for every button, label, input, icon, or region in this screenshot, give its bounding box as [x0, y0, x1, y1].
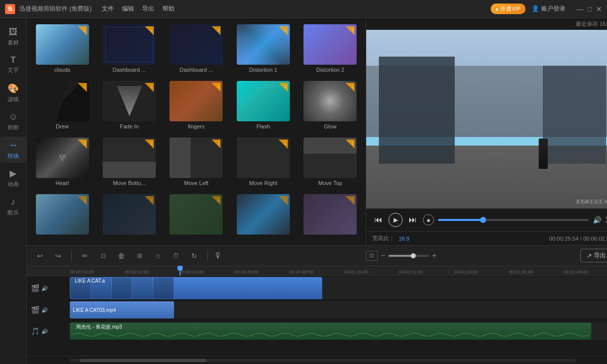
thumbnail-dashboard2: ↓ [169, 24, 223, 65]
menu-edit[interactable]: 编辑 [122, 5, 134, 13]
minimize-button[interactable]: — [577, 5, 584, 13]
progress-thumb [480, 217, 486, 223]
list-item[interactable]: ↓ [232, 192, 294, 237]
menu-file[interactable]: 文件 [102, 5, 114, 13]
video-track-2: 🎬 🔊 LIKE A CAT03.mp4 [27, 300, 607, 320]
list-item[interactable]: → ♥ ↓ Heart [31, 135, 94, 188]
maximize-button[interactable]: □ [588, 5, 592, 13]
undo-button[interactable]: ↩ [33, 249, 47, 263]
scrollbar-thumb[interactable] [80, 359, 206, 362]
speed-button[interactable]: ⏱ [169, 249, 183, 263]
menu-export[interactable]: 导出 [142, 5, 154, 13]
redo-button[interactable]: ↪ [51, 249, 65, 263]
list-item[interactable]: ↓ fingers [165, 79, 228, 131]
play-button[interactable]: ▶ [388, 213, 403, 227]
crop-button[interactable]: ⊞ [133, 249, 147, 263]
thumbnail-glow: ↓ [304, 81, 357, 121]
list-item[interactable]: ↓ Distortion 1 [232, 22, 294, 75]
split-button[interactable]: ⊡ [96, 249, 110, 263]
timeline-scrollbar [27, 356, 607, 364]
audio-track: 🎵 🔊 周杰伦 - 青花瓷.mp3 [27, 322, 607, 341]
list-item[interactable]: ↓ Move Botto... [98, 135, 160, 188]
list-item[interactable]: ↓ Distortion 2 [299, 22, 362, 75]
thumbnail-r4d: ↓ [237, 194, 290, 235]
fit-view-button[interactable]: ⊡ [366, 251, 378, 261]
rewind-button[interactable]: ⏮ [372, 214, 384, 226]
keyframe-button[interactable]: ◇ [151, 249, 165, 263]
thumbnail-fadein: ↓ [103, 81, 156, 121]
audio-clip[interactable]: 周杰伦 - 青花瓷.mp3 [70, 323, 591, 340]
rotate-button[interactable]: ↻ [187, 249, 201, 263]
sidebar-item-music[interactable]: ♪ 酷乐 [0, 193, 26, 219]
sidebar-item-text[interactable]: T 文字 [0, 52, 26, 78]
track-controls-2: 🎬 🔊 [27, 306, 70, 314]
list-item[interactable]: ↓ Move Top [299, 135, 362, 188]
zoom-out-button[interactable]: − [381, 251, 385, 260]
sidebar-label-text: 文字 [8, 66, 19, 74]
list-item[interactable]: ↓ [31, 192, 94, 237]
zoom-in-button[interactable]: + [432, 251, 437, 260]
thumbnail-movebottom: ↓ [103, 138, 156, 178]
list-item[interactable]: ↓ [165, 192, 228, 237]
ruler-mark: 00:00:12:00 [125, 269, 149, 275]
scrollbar-track[interactable] [70, 359, 576, 362]
list-item[interactable]: ↓ [98, 192, 160, 237]
list-item[interactable]: ↓ Glow [299, 79, 362, 131]
sidebar-item-filter[interactable]: 🎨 滤镜 [0, 80, 26, 106]
sidebar-item-transition[interactable]: ↔ 转场 [0, 136, 26, 163]
volume-button[interactable]: 🔊 [593, 216, 601, 224]
list-item[interactable]: ↓ Move Left [165, 135, 228, 188]
edit-button[interactable]: ✏ [78, 249, 92, 263]
video-clip-1[interactable]: LIKE A CAT.a [70, 277, 322, 299]
toolbar-sep-2 [207, 251, 208, 261]
thumbnail-heart: ♥ ↓ [36, 138, 89, 178]
sidebar-item-sticker[interactable]: ☺ 癌附 [0, 108, 26, 134]
thumbnail-r4b: ↓ [103, 194, 156, 235]
sidebar-item-media[interactable]: 🖼 素材 [0, 23, 26, 50]
login-button[interactable]: 👤 账户登录 [532, 5, 565, 13]
thumbnail-fingers: ↓ [169, 81, 223, 121]
delete-button[interactable]: 🗑 [114, 249, 128, 263]
playhead[interactable] [180, 266, 181, 276]
track-audio-icon: 🎵 [31, 327, 39, 335]
vip-button[interactable]: ♦ 开通VIP [491, 4, 526, 14]
track-content-2[interactable]: LIKE A CAT03.mp4 [70, 301, 607, 318]
video-track-1: 🎬 🔊 L [27, 276, 607, 300]
mic-button[interactable]: 🎙 [214, 251, 222, 260]
export-icon: ↗ [587, 252, 592, 259]
item-label: Dashboard ... [113, 67, 146, 73]
export-button[interactable]: ↗ 导出 [580, 249, 607, 262]
thumbnail-r4a: ↓ [36, 194, 89, 235]
list-item[interactable]: ↓ Dashboard ... [165, 22, 228, 75]
item-label: Fade In [120, 123, 139, 129]
sidebar-item-animation[interactable]: ▶ 动画 [0, 165, 26, 191]
zoom-slider[interactable] [388, 255, 429, 257]
list-item[interactable]: ↓ Drew [31, 79, 94, 131]
sidebar-label-sticker: 癌附 [8, 124, 19, 131]
item-label: Distortion 1 [249, 67, 278, 73]
track-content-1[interactable]: LIKE A CAT.a [70, 277, 607, 299]
list-item[interactable]: ↓ Flash [232, 79, 294, 131]
list-item[interactable]: ↓ Fade In [98, 79, 160, 131]
item-label: Distortion 2 [316, 67, 344, 73]
menu-help[interactable]: 帮助 [162, 5, 175, 13]
list-item[interactable]: ↓ Move Right [232, 135, 294, 188]
close-button[interactable]: ✕ [596, 5, 602, 13]
track-content-audio[interactable]: 周杰伦 - 青花瓷.mp3 [70, 323, 607, 340]
clip-label-1: LIKE A CAT.a [72, 278, 108, 284]
fast-forward-button[interactable]: ⏭ [407, 214, 419, 226]
timeline-ruler: 00:00:00.00 00:00:12:00 00:00:24:00 00:0… [27, 266, 607, 276]
track-vol-icon: 🔊 [41, 286, 48, 291]
waveform [72, 331, 589, 339]
track-video2-icon: 🎬 [31, 306, 39, 314]
thumbnail-movetop: ↓ [304, 138, 357, 178]
list-item[interactable]: ↓ Dashboard ... [98, 22, 160, 75]
stop-button[interactable]: ■ [423, 214, 434, 225]
tracks-container: 🎬 🔊 L [27, 276, 607, 356]
progress-bar[interactable] [438, 219, 589, 221]
sidebar-label-media: 素材 [8, 39, 19, 47]
thumbnail-moveleft: ↓ [169, 138, 223, 178]
list-item[interactable]: ↓ clouds [31, 22, 94, 75]
video-clip-2[interactable]: LIKE A CAT03.mp4 [70, 301, 174, 318]
list-item[interactable]: ↓ [299, 192, 362, 237]
